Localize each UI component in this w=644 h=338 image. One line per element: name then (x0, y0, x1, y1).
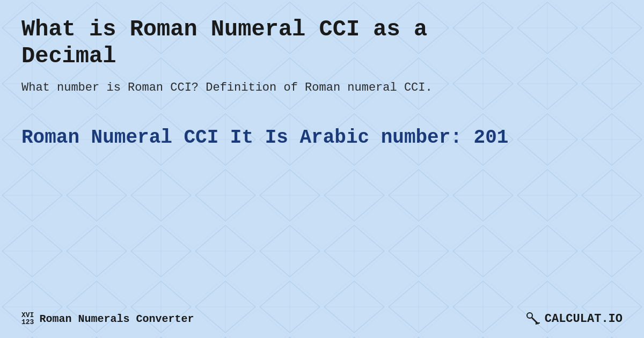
result-text: Roman Numeral CCI It Is Arabic number: 2… (21, 127, 623, 149)
icon-bottom: 123 (21, 319, 34, 326)
footer: XVI 123 Roman Numerals Converter CALCULA… (21, 310, 623, 327)
page-subtitle: What number is Roman CCI? Definition of … (21, 81, 623, 94)
roman-numeral-icon: XVI 123 (21, 312, 34, 326)
footer-logo: CALCULAT.IO (524, 310, 623, 327)
site-name: Roman Numerals Converter (39, 313, 194, 325)
logo-text: CALCULAT.IO (545, 312, 623, 326)
logo-icon (524, 310, 541, 327)
footer-left: XVI 123 Roman Numerals Converter (21, 312, 194, 326)
svg-point-9 (527, 313, 532, 318)
page-title: What is Roman Numeral CCI as a Decimal (21, 16, 504, 70)
